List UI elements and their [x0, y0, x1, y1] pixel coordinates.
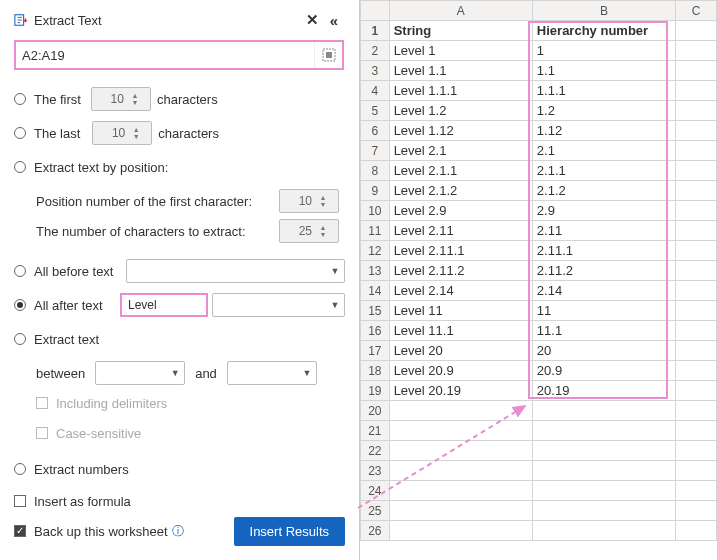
row-header[interactable]: 2 [361, 41, 390, 61]
cell[interactable]: Level 1 [389, 41, 532, 61]
spinner-the-last[interactable]: ▲▼ [92, 121, 152, 145]
cell[interactable]: 2.1.1 [532, 161, 675, 181]
cell[interactable] [532, 481, 675, 501]
dropdown-between-to[interactable]: ▼ [227, 361, 317, 385]
cell[interactable]: Level 2.1 [389, 141, 532, 161]
cell[interactable]: Level 20.19 [389, 381, 532, 401]
col-header-C[interactable]: C [676, 1, 717, 21]
spinner-arrows[interactable]: ▲▼ [316, 224, 330, 238]
dropdown-all-after[interactable]: ▼ [212, 293, 345, 317]
row-header[interactable]: 20 [361, 401, 390, 421]
cell[interactable]: 20.19 [532, 381, 675, 401]
cell[interactable]: 2.11.1 [532, 241, 675, 261]
row-header[interactable]: 17 [361, 341, 390, 361]
radio-the-first[interactable] [14, 93, 26, 105]
option-all-after[interactable]: All after text ▼ [14, 290, 345, 320]
row-header[interactable]: 11 [361, 221, 390, 241]
collapse-button[interactable]: « [323, 9, 345, 31]
cell[interactable]: 1.12 [532, 121, 675, 141]
row-header[interactable]: 19 [361, 381, 390, 401]
cell[interactable]: String [389, 21, 532, 41]
cell[interactable]: 20 [532, 341, 675, 361]
col-header-A[interactable]: A [389, 1, 532, 21]
cell[interactable] [676, 101, 717, 121]
dropdown-all-before[interactable]: ▼ [126, 259, 345, 283]
row-header[interactable]: 22 [361, 441, 390, 461]
cell[interactable] [532, 401, 675, 421]
cell[interactable] [676, 261, 717, 281]
option-insert-as-formula[interactable]: Insert as formula [14, 486, 345, 516]
checkbox-including-delims[interactable] [36, 397, 48, 409]
spinner-first-char[interactable]: ▲▼ [279, 189, 339, 213]
spinner-first-char-value[interactable] [280, 194, 316, 208]
row-header[interactable]: 23 [361, 461, 390, 481]
cell[interactable] [389, 521, 532, 541]
spinner-char-count[interactable]: ▲▼ [279, 219, 339, 243]
cell[interactable] [532, 461, 675, 481]
row-header[interactable]: 12 [361, 241, 390, 261]
cell[interactable] [532, 421, 675, 441]
dropdown-between-from[interactable]: ▼ [95, 361, 185, 385]
spinner-the-first[interactable]: ▲▼ [91, 87, 151, 111]
option-extract-text[interactable]: Extract text [14, 324, 345, 354]
range-input[interactable] [16, 44, 314, 67]
option-extract-numbers[interactable]: Extract numbers [14, 454, 345, 484]
checkbox-insert-as-formula[interactable] [14, 495, 26, 507]
row-header[interactable]: 25 [361, 501, 390, 521]
cell[interactable] [676, 21, 717, 41]
row-header[interactable]: 3 [361, 61, 390, 81]
cell[interactable] [389, 461, 532, 481]
cell[interactable]: 2.11.2 [532, 261, 675, 281]
cell[interactable]: 1.1 [532, 61, 675, 81]
cell[interactable] [676, 381, 717, 401]
cell[interactable]: 11 [532, 301, 675, 321]
cell[interactable]: Level 2.11.2 [389, 261, 532, 281]
cell[interactable]: Level 1.12 [389, 121, 532, 141]
row-header[interactable]: 13 [361, 261, 390, 281]
cell[interactable] [676, 361, 717, 381]
spinner-arrows[interactable]: ▲▼ [128, 92, 142, 106]
option-by-position[interactable]: Extract text by position: [14, 152, 345, 182]
cell[interactable] [676, 521, 717, 541]
spinner-the-first-value[interactable] [92, 92, 128, 106]
row-header[interactable]: 10 [361, 201, 390, 221]
cell[interactable] [676, 241, 717, 261]
cell[interactable] [676, 461, 717, 481]
row-header[interactable]: 18 [361, 361, 390, 381]
cell[interactable]: 2.11 [532, 221, 675, 241]
row-header[interactable]: 4 [361, 81, 390, 101]
row-header[interactable]: 9 [361, 181, 390, 201]
cell[interactable]: Level 1.1 [389, 61, 532, 81]
cell[interactable] [532, 501, 675, 521]
row-header[interactable]: 16 [361, 321, 390, 341]
cell[interactable]: Level 2.1.2 [389, 181, 532, 201]
cell[interactable]: Level 20 [389, 341, 532, 361]
cell[interactable] [676, 221, 717, 241]
cell[interactable] [532, 521, 675, 541]
cell[interactable] [389, 501, 532, 521]
cell[interactable] [676, 161, 717, 181]
cell[interactable] [389, 441, 532, 461]
row-header[interactable]: 1 [361, 21, 390, 41]
cell[interactable]: 1 [532, 41, 675, 61]
spinner-the-last-value[interactable] [93, 126, 129, 140]
cell[interactable]: 1.1.1 [532, 81, 675, 101]
checkbox-backup[interactable] [14, 525, 26, 537]
cell[interactable]: Level 20.9 [389, 361, 532, 381]
cell[interactable]: Level 2.14 [389, 281, 532, 301]
cell[interactable] [676, 401, 717, 421]
cell[interactable]: 2.1.2 [532, 181, 675, 201]
cell[interactable]: Hierarchy number [532, 21, 675, 41]
row-header[interactable]: 6 [361, 121, 390, 141]
cell[interactable]: Level 11.1 [389, 321, 532, 341]
cell[interactable] [676, 141, 717, 161]
cell[interactable] [676, 341, 717, 361]
cell[interactable]: 2.1 [532, 141, 675, 161]
range-select-button[interactable] [314, 42, 342, 68]
cell[interactable] [676, 281, 717, 301]
cell[interactable] [389, 481, 532, 501]
spinner-char-count-value[interactable] [280, 224, 316, 238]
spinner-arrows[interactable]: ▲▼ [316, 194, 330, 208]
cell[interactable] [676, 121, 717, 141]
input-all-after[interactable] [120, 293, 208, 317]
